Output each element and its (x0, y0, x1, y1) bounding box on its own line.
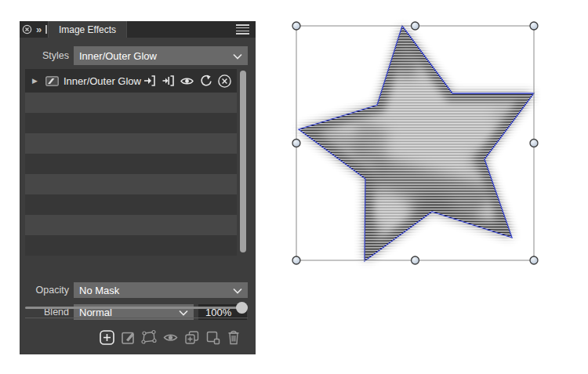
panel-menu-icon[interactable] (236, 24, 249, 34)
list-row-empty[interactable] (25, 93, 237, 113)
selection-handle[interactable] (292, 22, 300, 30)
styles-label: Styles (20, 50, 69, 61)
styles-dropdown[interactable]: Inner/Outer Glow (74, 46, 248, 65)
chevron-down-icon (233, 50, 242, 62)
selection-handle[interactable] (530, 140, 538, 147)
canvas-star-object[interactable] (282, 8, 541, 278)
opacity-dropdown-value: No Mask (79, 285, 230, 296)
assign-effect-icon[interactable] (142, 74, 157, 89)
effect-thumbnail-icon (45, 76, 59, 86)
list-row-empty[interactable] (25, 215, 237, 235)
resize-layers-icon[interactable] (204, 329, 221, 346)
reset-icon[interactable] (198, 74, 213, 89)
selection-handle[interactable] (292, 256, 300, 264)
chevron-down-icon (233, 285, 242, 296)
toolbar-separator (25, 318, 248, 318)
image-effects-panel: » Image Effects Styles Inner/Outer Glow … (20, 21, 256, 354)
styles-dropdown-value: Inner/Outer Glow (79, 50, 230, 62)
assign-options-icon[interactable] (161, 74, 176, 89)
expander-icon[interactable]: ▶ (32, 77, 40, 85)
selection-handle[interactable] (530, 256, 538, 264)
list-row-empty[interactable] (25, 194, 237, 215)
edit-nodes-icon[interactable] (140, 329, 158, 346)
panel-header: » Image Effects (20, 21, 256, 38)
tab-title: Image Effects (59, 24, 116, 35)
add-effect-icon[interactable] (98, 329, 115, 346)
selection-handle[interactable] (412, 256, 419, 264)
effects-list: ▶ Inner/Outer Glow (25, 69, 237, 256)
visibility-eye-icon[interactable] (180, 74, 194, 89)
panel-close-icon[interactable] (22, 24, 32, 34)
selection-handle[interactable] (412, 22, 419, 30)
star-artwork[interactable] (299, 26, 534, 263)
list-scrollbar[interactable] (240, 71, 246, 252)
bottom-toolbar (20, 327, 256, 347)
list-row-empty[interactable] (25, 235, 237, 256)
effect-title: Inner/Outer Glow (64, 75, 142, 87)
list-row-empty[interactable] (25, 174, 237, 194)
visibility-eye-icon[interactable] (162, 329, 179, 346)
panel-collapse-icon[interactable]: » (36, 24, 42, 34)
trash-icon[interactable] (225, 329, 242, 346)
opacity-dropdown[interactable]: No Mask (74, 282, 248, 298)
edit-effect-icon[interactable] (119, 329, 136, 346)
list-row-empty[interactable] (25, 113, 237, 133)
opacity-label: Opacity (20, 285, 69, 296)
list-row-empty[interactable] (25, 154, 237, 174)
selection-handle[interactable] (292, 140, 300, 147)
duplicate-add-icon[interactable] (183, 329, 200, 346)
remove-circle-icon[interactable] (217, 74, 232, 89)
opacity-slider-track[interactable] (25, 307, 248, 309)
selection-handle[interactable] (530, 22, 538, 30)
list-row-empty[interactable] (25, 133, 237, 154)
opacity-slider-thumb[interactable] (236, 302, 248, 314)
effect-row-inner-outer-glow[interactable]: ▶ Inner/Outer Glow (25, 69, 237, 93)
tab-image-effects[interactable]: Image Effects (48, 21, 127, 38)
